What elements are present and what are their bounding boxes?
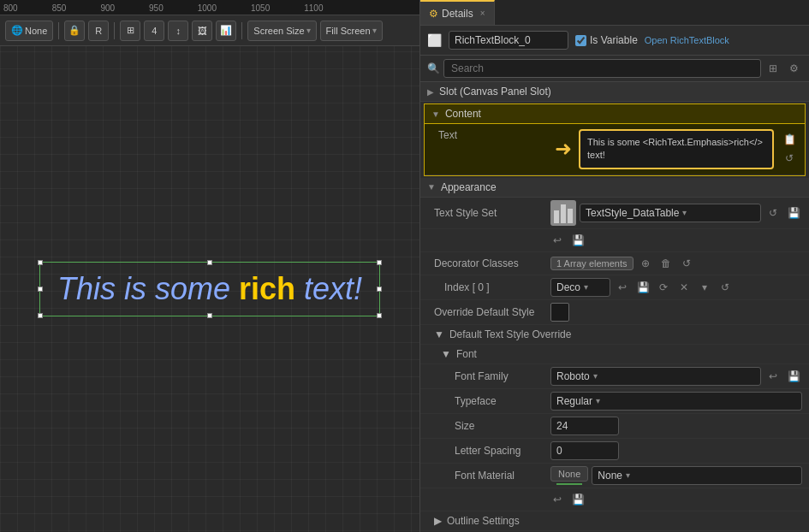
text-style-set-row: Text Style Set TextStyle_DataTable ▾ ↺ 💾 [420, 198, 809, 229]
chart-button[interactable]: 📊 [216, 21, 236, 41]
font-section-header[interactable]: ▼ Font [420, 345, 809, 364]
letter-spacing-label: Letter Spacing [427, 445, 547, 457]
globe-icon: 🌐 [11, 25, 23, 36]
image-button[interactable]: 🖼 [192, 21, 212, 41]
default-text-style-header[interactable]: ▼ Default Text Style Override [420, 325, 809, 345]
add-element-icon[interactable]: ⊕ [637, 255, 654, 272]
reset-icon[interactable]: ↺ [781, 150, 798, 167]
text-style-datatable-dropdown[interactable]: TextStyle_DataTable ▾ [580, 204, 761, 222]
rich-text-content: This is some rich text! [57, 271, 362, 307]
copy-icon[interactable]: 📋 [781, 131, 798, 148]
outline-settings-header[interactable]: ▶ Outline Settings [420, 511, 809, 531]
reset-icon[interactable]: ↺ [764, 204, 782, 222]
details-tab[interactable]: ⚙ Details × [420, 0, 495, 25]
widget-name-input[interactable] [449, 31, 568, 50]
ruler-mark: 850 [52, 3, 67, 13]
decorator-classes-value: 1 Array elements ⊕ 🗑 ↺ [550, 255, 802, 272]
toolbar: 🌐 None 🔒 R ⊞ 4 ↕ 🖼 📊 Screen Size ▾ Fill … [0, 15, 419, 46]
override-default-style-value [550, 303, 802, 322]
deco-dropdown[interactable]: Deco ▾ [550, 278, 610, 297]
appearance-section-header[interactable]: ▼ Appearance [420, 178, 809, 198]
collapsed-arrow-icon: ▶ [434, 515, 442, 527]
text-prop-label: Text [431, 129, 551, 141]
rich-text-block[interactable]: This is some rich text! [39, 262, 380, 316]
color-swatch[interactable] [550, 303, 569, 322]
ruler-mark: 900 [100, 3, 115, 13]
size-input[interactable] [550, 417, 619, 435]
grid-view-icon[interactable]: ⊞ [764, 60, 782, 77]
typeface-label: Typeface [427, 395, 547, 407]
expanded-arrow-icon: ▼ [434, 328, 444, 340]
size-row: Size [420, 414, 809, 439]
font-family-row: Font Family Roboto ▾ ↩ 💾 [420, 364, 809, 389]
save-icon[interactable]: 💾 [569, 491, 586, 508]
letter-spacing-value [550, 441, 802, 460]
array-count-badge: 1 Array elements [550, 257, 634, 270]
four-button[interactable]: 4 [144, 21, 164, 41]
resize-handle-tl[interactable] [38, 260, 43, 265]
canvas-area: 800 850 900 950 1000 1050 1100 🌐 None 🔒 … [0, 0, 419, 532]
resize-handle-bm[interactable] [207, 313, 212, 318]
save2-icon[interactable]: 💾 [569, 232, 586, 249]
data-table-icon [550, 200, 576, 226]
font-material-icons-row: ↩ 💾 [420, 488, 809, 511]
text-bold-word: rich [239, 271, 295, 306]
browse-icon[interactable]: ↩ [549, 232, 566, 249]
slot-section-label: Slot (Canvas Panel Slot) [439, 86, 551, 98]
slot-section-header[interactable]: ▶ Slot (Canvas Panel Slot) [420, 82, 809, 102]
settings-icon[interactable]: ⚙ [785, 60, 802, 77]
none-button[interactable]: 🌐 None [5, 21, 53, 41]
details-tab-icon: ⚙ [429, 8, 438, 20]
text-prop-row: Text ➜ This is some <RichText.Emphasis>r… [425, 124, 805, 175]
widget-icon: ⬜ [427, 33, 442, 47]
save-icon[interactable]: 💾 [785, 368, 802, 385]
font-family-value: Roboto ▾ ↩ 💾 [550, 367, 802, 386]
font-material-dropdown[interactable]: None ▾ [592, 466, 802, 485]
reset-icon[interactable]: ↺ [678, 255, 695, 272]
expanded-arrow-icon: ▼ [427, 182, 436, 192]
r-button[interactable]: R [88, 21, 109, 41]
panel-tabs: ⚙ Details × [420, 0, 809, 26]
save-icon[interactable]: 💾 [785, 204, 802, 222]
content-section-header[interactable]: ▼ Content [425, 104, 805, 124]
content-section: ▼ Content Text ➜ This is some <RichText.… [424, 103, 806, 176]
toolbar-separator [114, 22, 115, 39]
font-section-label: Font [456, 348, 477, 360]
resize-handle-ml[interactable] [38, 287, 43, 292]
letter-spacing-input[interactable] [550, 441, 619, 460]
index-row: Index [ 0 ] Deco ▾ ↩ 💾 ⟳ ✕ ▾ ↺ [420, 275, 809, 300]
expand-icon[interactable]: ▾ [696, 279, 713, 296]
resize-handle-tr[interactable] [377, 260, 382, 265]
is-variable-checkbox[interactable] [575, 35, 586, 46]
clear-icon[interactable]: ✕ [675, 279, 693, 296]
screen-size-button[interactable]: Screen Size ▾ [247, 21, 316, 41]
search-input[interactable] [443, 59, 761, 78]
save-icon[interactable]: 💾 [634, 279, 651, 296]
font-material-none-btn[interactable]: None [550, 466, 588, 485]
search-icon: 🔍 [427, 62, 440, 74]
open-richtext-button[interactable]: Open RichTextBlock [645, 35, 729, 45]
ruler-mark: 1100 [304, 3, 323, 13]
delete-icon[interactable]: 🗑 [657, 255, 675, 272]
grid-button[interactable]: ⊞ [120, 21, 140, 41]
reset-icon[interactable]: ↺ [717, 279, 734, 296]
widget-header: ⬜ Is Variable Open RichTextBlock [420, 26, 809, 56]
lock-button[interactable]: 🔒 [64, 21, 85, 41]
chevron-down-icon: ▾ [626, 470, 630, 480]
arrow-button[interactable]: ↕ [168, 21, 188, 41]
browse-icon[interactable]: ↩ [549, 491, 566, 508]
resize-handle-bl[interactable] [38, 313, 43, 318]
typeface-dropdown[interactable]: Regular ▾ [550, 392, 802, 411]
size-value [550, 417, 802, 435]
font-family-dropdown[interactable]: Roboto ▾ [550, 367, 761, 386]
chevron-down-icon: ▾ [306, 26, 311, 35]
fill-screen-button[interactable]: Fill Screen ▾ [320, 21, 383, 41]
browse-icon[interactable]: ↩ [614, 279, 631, 296]
refresh-icon[interactable]: ⟳ [655, 279, 672, 296]
resize-handle-br[interactable] [377, 313, 382, 318]
resize-handle-mr[interactable] [377, 287, 382, 292]
browse-icon[interactable]: ↩ [764, 368, 782, 385]
close-tab-icon[interactable]: × [480, 9, 485, 18]
resize-handle-tm[interactable] [207, 260, 212, 265]
size-label: Size [427, 420, 547, 432]
